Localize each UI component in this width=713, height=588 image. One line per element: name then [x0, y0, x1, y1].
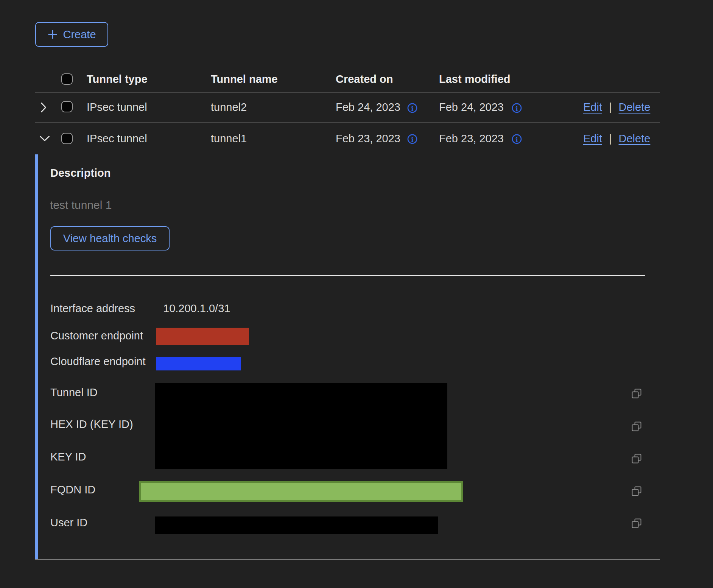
field-label-user-id: User ID [50, 517, 87, 528]
delete-link[interactable]: Delete [619, 133, 651, 144]
edit-link[interactable]: Edit [583, 133, 602, 144]
tunnel-name-cell: tunnel1 [211, 133, 247, 144]
field-label-cloudflare-endpoint: Cloudflare endpoint [50, 356, 146, 367]
redaction-customer-endpoint [156, 328, 249, 345]
field-value-interface-address: 10.200.1.0/31 [163, 303, 230, 314]
ipsec-tunnels-page: Create Tunnel type Tunnel name Created o… [0, 0, 713, 588]
svg-text:i: i [515, 105, 518, 112]
create-button-label: Create [63, 28, 96, 41]
redaction-ids [155, 383, 447, 469]
create-button[interactable]: Create [35, 22, 108, 47]
tunnel-type-cell: IPsec tunnel [87, 101, 147, 113]
redaction-fqdn-id [139, 481, 463, 502]
field-label-customer-endpoint: Customer endpoint [50, 330, 143, 341]
svg-text:i: i [411, 105, 414, 112]
field-label-interface-address: Interface address [50, 303, 135, 314]
info-icon[interactable]: i [512, 134, 522, 144]
info-icon[interactable]: i [407, 134, 417, 144]
row-actions: Edit | Delete [583, 133, 650, 144]
created-on-cell: Feb 23, 2023 [336, 133, 400, 144]
edit-link[interactable]: Edit [583, 101, 602, 113]
row-checkbox-tunnel2[interactable] [61, 101, 73, 112]
svg-text:i: i [411, 136, 414, 143]
copy-icon[interactable] [631, 453, 642, 464]
row-separator [35, 122, 660, 123]
copy-icon[interactable] [631, 518, 642, 529]
description-heading: Description [50, 167, 111, 179]
field-label-fqdn-id: FQDN ID [50, 484, 95, 495]
row-checkbox-tunnel1[interactable] [61, 133, 73, 144]
panel-divider [50, 275, 645, 276]
tunnel-type-cell: IPsec tunnel [87, 133, 147, 144]
plus-icon [47, 29, 58, 40]
redaction-user-id [155, 516, 438, 534]
column-header-last-modified: Last modified [439, 73, 511, 85]
info-icon[interactable]: i [407, 103, 417, 113]
row-actions: Edit | Delete [583, 101, 650, 113]
copy-icon[interactable] [631, 388, 642, 399]
redaction-cloudflare-endpoint [156, 357, 241, 370]
last-modified-cell: Feb 24, 2023 [439, 101, 504, 113]
delete-link[interactable]: Delete [619, 101, 651, 113]
column-header-created-on: Created on [336, 73, 393, 85]
copy-icon[interactable] [631, 421, 642, 432]
view-health-checks-label: View health checks [63, 232, 157, 245]
description-text: test tunnel 1 [50, 199, 112, 211]
view-health-checks-button[interactable]: View health checks [50, 226, 170, 250]
header-separator [35, 92, 660, 93]
info-icon[interactable]: i [512, 103, 522, 113]
column-header-tunnel-name: Tunnel name [211, 73, 278, 85]
select-all-checkbox[interactable] [61, 73, 73, 85]
created-on-cell: Feb 24, 2023 [336, 101, 400, 113]
actions-separator: | [609, 133, 612, 144]
svg-text:i: i [515, 136, 518, 143]
panel-bottom-divider [35, 559, 660, 560]
field-label-key-id: KEY ID [50, 451, 86, 462]
tunnel-name-cell: tunnel2 [211, 101, 247, 113]
chevron-right-icon[interactable] [40, 102, 47, 115]
last-modified-cell: Feb 23, 2023 [439, 133, 504, 144]
column-header-tunnel-type: Tunnel type [87, 73, 148, 85]
copy-icon[interactable] [631, 486, 642, 496]
field-label-hex-id: HEX ID (KEY ID) [50, 418, 133, 430]
chevron-down-icon[interactable] [39, 135, 50, 143]
actions-separator: | [609, 101, 612, 113]
expanded-row-accent-bar [35, 154, 38, 559]
field-label-tunnel-id: Tunnel ID [50, 387, 98, 398]
